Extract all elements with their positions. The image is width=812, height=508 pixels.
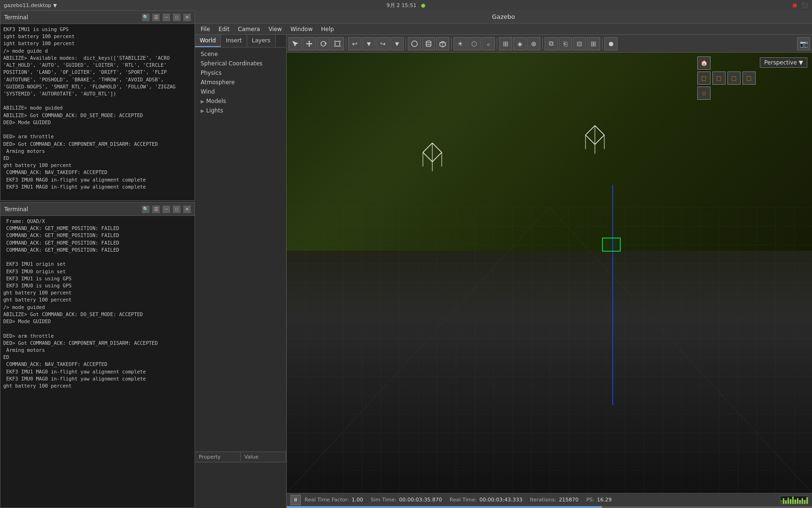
svg-line-23	[432, 143, 442, 152]
copy-btn[interactable]: ⧉	[545, 37, 558, 50]
view-iso-btn[interactable]: ◇	[697, 87, 710, 100]
menu-camera[interactable]: Camera	[234, 25, 264, 33]
terminal-line: DED> Mode GUIDED	[3, 318, 192, 325]
terminal-line: COMMAND_ACK: GET_HOME_POSITION: FAILED	[3, 225, 192, 232]
paste-btn[interactable]: ⎗	[559, 37, 572, 50]
terminal1-search-btn[interactable]: 🔍	[142, 14, 149, 21]
terminal-line: 'GUIDED-NOGPS', 'SMART_RTL', 'FLOWHOLD',…	[3, 83, 192, 90]
menu-bar: File Edit Camera View Window Help	[195, 24, 812, 35]
view-right-btn[interactable]: □	[727, 71, 741, 85]
dropdown-arrow[interactable]: ▼	[53, 3, 57, 8]
view-icon-row-2: □ □ □ □	[697, 71, 756, 85]
terminal2-maximize-btn[interactable]: □	[173, 206, 180, 213]
pointcloud-btn[interactable]: ⬡	[468, 37, 481, 50]
terminal-line: EKF3 IMU1 MAG0 in-flight yaw alignment c…	[3, 368, 192, 375]
viewport-area[interactable]: 🏠 □ □ □ □ ◇ Perspe	[287, 53, 812, 508]
terminal2-search-btn[interactable]: 🔍	[142, 206, 149, 213]
view-front-btn[interactable]: □	[697, 71, 710, 85]
property-header: Property Value	[195, 452, 286, 462]
menu-view[interactable]: View	[265, 25, 285, 33]
svg-rect-19	[287, 207, 812, 493]
realtime-label: Real Time:	[450, 497, 477, 503]
terminal2-menu-btn[interactable]: ☰	[152, 206, 160, 213]
models-arrow: ▶	[201, 99, 204, 104]
terminal1-maximize-btn[interactable]: □	[173, 14, 180, 21]
perspective-arrow: ▼	[799, 59, 803, 66]
tab-insert[interactable]: Insert	[221, 35, 247, 47]
terminal1-close-btn[interactable]: ✕	[183, 14, 191, 21]
terminal-line: DED> Got COMMAND_ACK: COMPONENT_ARM_DISA…	[3, 141, 192, 148]
perspective-dropdown[interactable]: Perspective ▼	[760, 57, 807, 68]
tree-models[interactable]: ▶ Models	[195, 96, 286, 106]
terminal-line: ABILIZE> mode guided	[3, 104, 192, 111]
view-top-btn[interactable]: □	[712, 71, 726, 85]
menu-edit[interactable]: Edit	[215, 25, 233, 33]
tab-layers[interactable]: Layers	[247, 35, 276, 47]
mesh-btn[interactable]: ⬦	[482, 37, 495, 50]
terminal-line	[3, 97, 192, 104]
select-tool-btn[interactable]	[289, 37, 302, 50]
value-col-header: Value	[241, 452, 286, 462]
terminal-line	[3, 325, 192, 332]
iter-label: Iterations:	[530, 497, 556, 503]
terminal2-content: Frame: QUAD/X COMMAND_ACK: GET_HOME_POSI…	[0, 216, 195, 508]
undo-btn[interactable]: ↩	[348, 37, 361, 50]
snap-btn[interactable]: ⊞	[587, 37, 600, 50]
property-col-header: Property	[195, 452, 241, 462]
svg-marker-4	[306, 43, 307, 45]
scale-btn[interactable]	[331, 37, 344, 50]
physics-label: Physics	[201, 70, 221, 76]
redo-btn[interactable]: ↪	[376, 37, 390, 50]
menu-window[interactable]: Window	[287, 25, 316, 33]
progress-bar	[287, 506, 602, 508]
tree-atmosphere[interactable]: Atmosphere	[195, 78, 286, 87]
svg-rect-9	[339, 40, 341, 42]
terminal-line: DED> arm throttle	[3, 133, 192, 140]
light-btn[interactable]: ☀	[453, 37, 467, 50]
view-left-btn[interactable]: □	[742, 71, 756, 85]
terminal-line: 'ALT_HOLD', 'AUTO', 'GUIDED', 'LOITER', …	[3, 62, 192, 69]
svg-line-32	[595, 135, 604, 144]
gazebo-title: Gazebo	[492, 13, 515, 20]
terminal-line: COMMAND_ACK: GET_HOME_POSITION: FAILED	[3, 232, 192, 239]
tree-wind[interactable]: Wind	[195, 87, 286, 96]
terminal-line: EKF3 IMU0 MAG0 in-flight yaw alignment c…	[3, 375, 192, 382]
redo-arrow-btn[interactable]: ▼	[390, 37, 404, 50]
svg-rect-10	[334, 45, 336, 47]
record-btn[interactable]: ⏺	[604, 37, 617, 50]
contact-btn[interactable]: ◈	[513, 37, 526, 50]
tree-scene[interactable]: Scene	[195, 49, 286, 59]
screenshot-btn[interactable]: 📷	[797, 37, 810, 50]
scene-canvas[interactable]: 🏠 □ □ □ □ ◇ Perspe	[287, 53, 812, 493]
joint-btn[interactable]: ⊕	[527, 37, 540, 50]
undo-arrow-btn[interactable]: ▼	[362, 37, 375, 50]
box-btn[interactable]	[436, 37, 449, 50]
rotate-btn[interactable]	[317, 37, 330, 50]
tree-lights[interactable]: ▶ Lights	[195, 106, 286, 115]
fps-item: PS: 16.29	[586, 497, 611, 503]
terminal2-minimize-btn[interactable]: ─	[163, 206, 170, 213]
tree-spherical-coords[interactable]: Spherical Coordinates	[195, 59, 286, 68]
desktop-label: gazebo11.desktop	[4, 2, 51, 8]
scene-label: Scene	[201, 51, 218, 57]
tree-physics[interactable]: Physics	[195, 68, 286, 78]
gazebo-titlebar: Gazebo	[195, 10, 812, 24]
translate-btn[interactable]	[303, 37, 316, 50]
view-home-btn[interactable]: 🏠	[697, 56, 710, 70]
lights-label: Lights	[206, 107, 223, 114]
terminal1-minimize-btn[interactable]: ─	[163, 14, 170, 21]
terminal1-menu-btn[interactable]: ☰	[152, 14, 160, 21]
align-btn[interactable]: ⊟	[573, 37, 586, 50]
sphere-btn[interactable]	[408, 37, 421, 50]
terminal-line: ED	[3, 155, 192, 162]
terminal2-close-btn[interactable]: ✕	[183, 206, 191, 213]
menu-help[interactable]: Help	[317, 25, 337, 33]
svg-line-21	[549, 207, 812, 493]
grid-btn[interactable]: ⊞	[499, 37, 512, 50]
menu-file[interactable]: File	[197, 25, 214, 33]
pause-button[interactable]: ⏸	[290, 495, 301, 505]
cylinder-btn[interactable]	[422, 37, 435, 50]
realtime-value: 00:00:03:43.333	[479, 497, 523, 503]
tab-world[interactable]: World	[195, 35, 221, 47]
terminal-line: 'AUTOTUNE', 'POSHOLD', 'BRAKE', 'THROW',…	[3, 76, 192, 83]
